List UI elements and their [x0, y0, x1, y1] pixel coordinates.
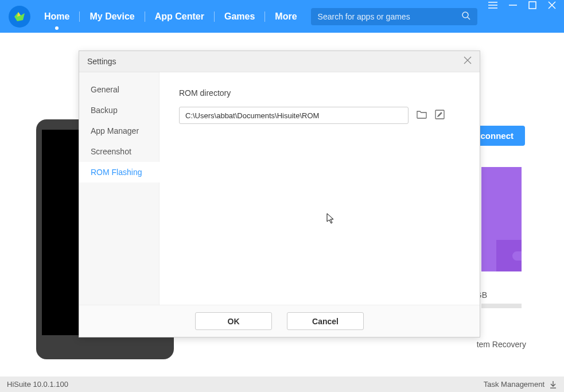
- settings-sidebar: General Backup App Manager Screenshot RO…: [79, 72, 160, 305]
- browse-folder-button[interactable]: [417, 110, 427, 121]
- minimize-icon[interactable]: [509, 1, 517, 11]
- sidebar-item-app-manager[interactable]: App Manager: [79, 121, 159, 141]
- folder-icon: [417, 110, 427, 119]
- dialog-titlebar: Settings: [79, 51, 480, 72]
- nav-games[interactable]: Games: [222, 11, 257, 22]
- dialog-footer: OK Cancel: [79, 305, 480, 337]
- status-bar: HiSuite 10.0.1.100 Task Management: [0, 377, 564, 392]
- svg-line-1: [468, 17, 470, 20]
- svg-point-0: [462, 12, 468, 18]
- download-icon: [549, 381, 557, 389]
- system-recovery-link[interactable]: tem Recovery: [477, 340, 526, 349]
- close-icon[interactable]: [548, 1, 556, 11]
- settings-dialog: Settings General Backup App Manager Scre…: [79, 51, 480, 337]
- task-management-label: Task Management: [484, 380, 544, 389]
- app-header: Home My Device App Center Games More: [0, 0, 564, 33]
- rom-directory-input[interactable]: [179, 107, 409, 124]
- maximize-icon[interactable]: [528, 1, 536, 11]
- dialog-body: General Backup App Manager Screenshot RO…: [79, 72, 480, 305]
- sidebar-item-general[interactable]: General: [79, 79, 159, 100]
- settings-content: ROM directory: [160, 72, 480, 305]
- nav-my-device[interactable]: My Device: [87, 11, 137, 22]
- version-label: HiSuite 10.0.1.100: [7, 380, 68, 389]
- sidebar-item-rom-flashing[interactable]: ROM Flashing: [79, 162, 160, 183]
- window-controls: [488, 1, 556, 11]
- bird-icon: [13, 10, 26, 24]
- svg-rect-6: [529, 2, 536, 9]
- menu-icon[interactable]: [488, 1, 497, 11]
- app-logo: [9, 6, 30, 28]
- nav-home[interactable]: Home: [42, 11, 72, 22]
- puzzle-icon: [496, 240, 522, 271]
- search-box[interactable]: [311, 8, 477, 25]
- nav-app-center[interactable]: App Center: [153, 11, 207, 22]
- search-icon[interactable]: [461, 11, 470, 22]
- edit-icon: [435, 110, 445, 119]
- ok-button[interactable]: OK: [195, 312, 272, 330]
- svg-rect-11: [435, 110, 444, 119]
- nav-more[interactable]: More: [273, 11, 299, 22]
- cancel-button[interactable]: Cancel: [287, 312, 364, 330]
- task-management-link[interactable]: Task Management: [484, 380, 557, 389]
- rom-directory-label: ROM directory: [179, 88, 460, 98]
- edit-path-button[interactable]: [435, 110, 445, 122]
- sidebar-item-backup[interactable]: Backup: [79, 100, 159, 121]
- search-input[interactable]: [318, 12, 461, 21]
- dialog-close-button[interactable]: [464, 56, 472, 67]
- main-nav: Home My Device App Center Games More: [42, 11, 299, 22]
- dialog-title: Settings: [87, 57, 116, 66]
- sidebar-item-screenshot[interactable]: Screenshot: [79, 141, 159, 162]
- storage-bar: [481, 304, 522, 308]
